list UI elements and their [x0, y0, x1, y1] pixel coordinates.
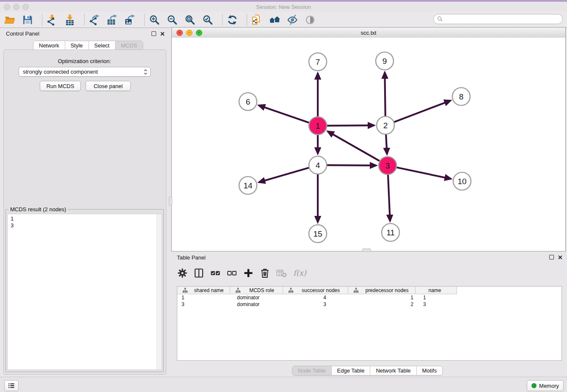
network-window-titlebar[interactable]: × − + scc.txt [172, 28, 565, 38]
graph-node-15[interactable]: 15 [309, 225, 327, 243]
graph-edge-4-3[interactable] [327, 165, 376, 166]
float-panel-icon[interactable] [151, 31, 156, 36]
import-network-icon[interactable] [46, 14, 58, 26]
export-table-icon[interactable] [106, 14, 118, 26]
graph-node-7[interactable]: 7 [309, 53, 327, 71]
zoom-out-icon[interactable] [166, 14, 179, 26]
table-cell[interactable]: dominator [230, 295, 283, 301]
table-cell[interactable]: 3 [283, 301, 348, 307]
optimization-criterion-label: Optimization criterion: [3, 58, 165, 64]
graph-edge-2-3[interactable] [386, 135, 387, 154]
graph-node-label: 14 [243, 181, 253, 190]
hide-selected-icon[interactable] [286, 14, 299, 26]
table-cell[interactable]: 3 [416, 301, 457, 307]
tab-select[interactable]: Select [88, 41, 115, 50]
column-header-successor-nodes[interactable]: successor nodes [283, 287, 348, 294]
select-all-rows-icon[interactable] [210, 267, 221, 279]
delete-column-icon[interactable] [259, 267, 270, 279]
column-header-shared-name[interactable]: shared name [177, 287, 230, 294]
columns-icon[interactable] [193, 267, 204, 279]
table-cell[interactable]: 1 [416, 295, 457, 301]
close-view-button[interactable]: × [176, 30, 183, 36]
graph-node-label: 1 [316, 121, 320, 130]
memory-button[interactable]: Memory [527, 380, 564, 391]
run-mcds-button[interactable]: Run MCDS [40, 81, 81, 91]
node-table: shared nameMCDS rolesuccessor nodesprede… [177, 286, 562, 361]
graph-edge-2-8[interactable] [394, 101, 451, 122]
table-row[interactable]: 1dominator411 [177, 294, 561, 301]
close-table-panel-icon[interactable]: ✕ [558, 255, 563, 259]
table-cell[interactable]: 2 [348, 301, 416, 307]
network-canvas[interactable]: 7968124314101511 [172, 38, 565, 251]
tab-network-table[interactable]: Network Table [370, 366, 416, 375]
first-neighbors-icon[interactable] [268, 14, 281, 26]
zoom-selected-icon[interactable] [201, 14, 214, 26]
tab-mcds[interactable]: MCDS [115, 41, 143, 50]
search-input[interactable] [445, 16, 559, 23]
table-cell[interactable]: 3 [177, 301, 230, 307]
table-row[interactable]: 3dominator323 [177, 301, 561, 308]
zoom-view-button[interactable]: + [196, 30, 202, 36]
graph-edge-2-9[interactable] [385, 72, 385, 116]
deselect-all-rows-icon[interactable] [226, 267, 237, 279]
column-header-name[interactable]: name [416, 287, 457, 294]
graph-node-8[interactable]: 8 [452, 88, 470, 105]
tab-style[interactable]: Style [65, 41, 88, 50]
result-scrollbar[interactable] [157, 214, 162, 370]
add-column-icon[interactable] [243, 267, 254, 279]
graph-edge-4-14[interactable] [259, 168, 309, 182]
export-network-icon[interactable] [88, 14, 101, 26]
table-cell[interactable]: 1 [177, 295, 230, 301]
graph-node-label: 11 [386, 228, 395, 237]
graph-node-3[interactable]: 3 [379, 157, 396, 174]
zoom-in-icon[interactable] [148, 14, 161, 26]
toolbar-separator [247, 14, 248, 26]
graph-node-1[interactable]: 1 [309, 117, 327, 135]
graph-node-14[interactable]: 14 [239, 177, 257, 194]
graph-edge-3-11[interactable] [388, 175, 390, 221]
minimize-view-button[interactable]: − [186, 30, 193, 36]
save-session-icon[interactable] [21, 14, 34, 26]
control-panel-tabs: NetworkStyleSelectMCDS [33, 41, 143, 50]
import-table-icon[interactable] [63, 14, 76, 26]
column-header-MCDS-role[interactable]: MCDS role [230, 287, 283, 294]
criterion-value: strongly connected component [23, 69, 143, 75]
criterion-select[interactable]: strongly connected component [19, 67, 151, 77]
graph-edge-3-10[interactable] [397, 168, 451, 179]
tab-motifs[interactable]: Motifs [416, 366, 443, 375]
close-panel-button[interactable]: Close panel [85, 81, 131, 91]
tab-edge-table[interactable]: Edge Table [331, 366, 370, 375]
tab-node-table[interactable]: Node Table [292, 366, 331, 375]
tab-network[interactable]: Network [33, 41, 65, 50]
mcds-result-list[interactable]: 1 3 [7, 214, 162, 370]
mcds-result-groupbox: MCDS result (2 nodes) 1 3 [6, 209, 164, 372]
graph-node-4[interactable]: 4 [309, 156, 327, 174]
export-image-icon[interactable] [124, 14, 136, 26]
graph-edge-3-1[interactable] [328, 131, 379, 161]
float-table-panel-icon[interactable] [549, 255, 554, 259]
column-header-predecessor-nodes[interactable]: predecessor nodes [348, 287, 416, 294]
close-panel-icon[interactable]: ✕ [160, 32, 165, 36]
table-cell[interactable]: 1 [348, 295, 416, 301]
network-window-controls: × − + [176, 30, 202, 36]
toolbar-separator [222, 14, 223, 26]
zoom-fit-icon[interactable] [184, 14, 196, 26]
table-cell[interactable]: dominator [230, 301, 283, 307]
open-session-icon[interactable] [3, 14, 16, 26]
graph-node-2[interactable]: 2 [377, 116, 394, 134]
splitter-grip-horizontal[interactable] [362, 248, 371, 252]
graph-node-6[interactable]: 6 [239, 93, 257, 110]
new-network-from-selection-icon[interactable] [250, 14, 263, 26]
graph-node-11[interactable]: 11 [382, 224, 399, 241]
graph-edge-1-2[interactable] [327, 125, 374, 126]
graph-node-9[interactable]: 9 [376, 52, 394, 70]
graph-edge-1-6[interactable] [259, 105, 309, 123]
graph-node-10[interactable]: 10 [453, 172, 471, 190]
splitter-grip-vertical[interactable] [169, 196, 172, 206]
search-field[interactable] [433, 14, 563, 24]
table-cell[interactable]: 4 [283, 295, 348, 301]
refresh-icon[interactable] [226, 14, 239, 26]
task-history-button[interactable] [4, 380, 19, 391]
graph-node-label: 9 [383, 57, 387, 66]
gear-icon[interactable] [177, 267, 188, 279]
